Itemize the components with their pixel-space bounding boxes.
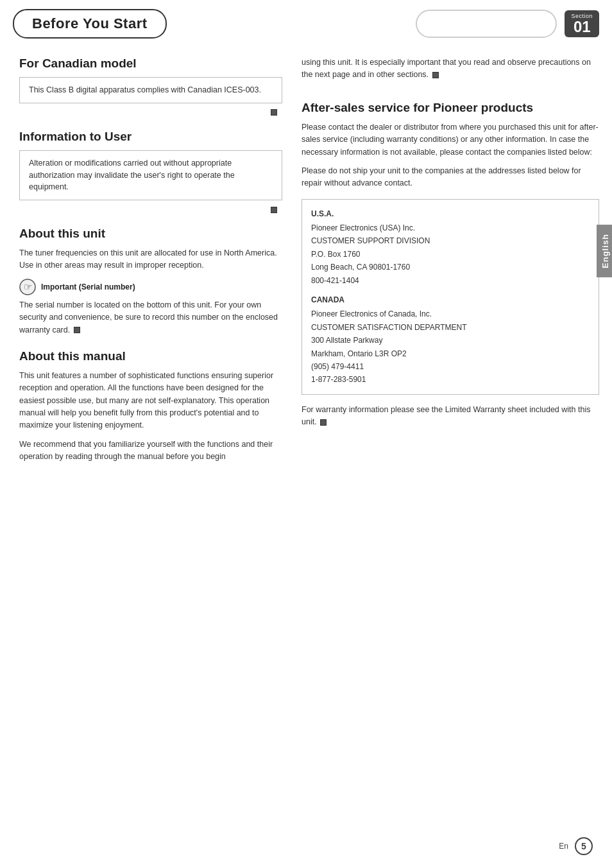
end-marker-icon-5 xyxy=(320,419,327,426)
information-user-section: Information to User Alteration or modifi… xyxy=(19,130,282,214)
canada-line1: Pioneer Electronics of Canada, Inc. xyxy=(311,308,590,320)
information-user-end xyxy=(19,204,282,214)
page-header: Before You Start Section 01 xyxy=(0,0,612,39)
about-unit-heading: About this unit xyxy=(19,227,282,241)
canadian-model-heading: For Canadian model xyxy=(19,56,282,71)
important-icon: ☞ xyxy=(19,279,36,295)
important-label: Important (Serial number) xyxy=(41,282,135,291)
footer-en-label: En xyxy=(559,842,568,851)
language-tab: English xyxy=(597,225,612,277)
header-section-box xyxy=(416,10,557,38)
canada-line2: CUSTOMER SATISFACTION DEPARTMENT xyxy=(311,321,590,334)
about-manual-body2: We recommend that you familiarize yourse… xyxy=(19,438,282,464)
canada-label: CANADA xyxy=(311,293,590,306)
right-column: using this unit. It is especially import… xyxy=(295,51,612,470)
about-unit-section: About this unit The tuner frequencies on… xyxy=(19,227,282,336)
canadian-model-end xyxy=(19,107,282,117)
contact-box: U.S.A. Pioneer Electronics (USA) Inc. CU… xyxy=(302,199,599,395)
information-user-heading: Information to User xyxy=(19,130,282,144)
usa-line5: 800-421-1404 xyxy=(311,274,590,287)
important-row: ☞ Important (Serial number) xyxy=(19,279,282,295)
about-manual-body1: This unit features a number of sophistic… xyxy=(19,370,282,432)
usa-line3: P.O. Box 1760 xyxy=(311,248,590,261)
main-content: For Canadian model This Class B digital … xyxy=(0,45,612,483)
canadian-model-section: For Canadian model This Class B digital … xyxy=(19,56,282,117)
canada-section: CANADA Pioneer Electronics of Canada, In… xyxy=(311,293,590,386)
information-user-box: Alteration or modifications carried out … xyxy=(19,150,282,200)
canadian-model-box: This Class B digital apparatus complies … xyxy=(19,77,282,103)
canada-line6: 1-877-283-5901 xyxy=(311,373,590,386)
usa-label: U.S.A. xyxy=(311,207,590,220)
end-marker-icon-3 xyxy=(74,327,80,333)
section-number: 01 xyxy=(574,19,591,35)
page-title: Before You Start xyxy=(13,9,167,39)
canada-line3: 300 Allstate Parkway xyxy=(311,334,590,347)
after-sales-heading: After-sales service for Pioneer products xyxy=(302,101,599,115)
page-number-badge: 5 xyxy=(575,837,593,855)
page-footer: En 5 xyxy=(559,837,593,855)
svg-text:☞: ☞ xyxy=(24,281,32,292)
usa-line1: Pioneer Electronics (USA) Inc. xyxy=(311,221,590,234)
after-sales-section: After-sales service for Pioneer products… xyxy=(302,101,599,429)
about-unit-body: The tuner frequencies on this unit are a… xyxy=(19,247,282,272)
canada-line4: Markham, Ontario L3R OP2 xyxy=(311,347,590,360)
usa-line4: Long Beach, CA 90801-1760 xyxy=(311,261,590,273)
end-marker-icon-4 xyxy=(432,72,439,78)
usa-line2: CUSTOMER SUPPORT DIVISION xyxy=(311,234,590,247)
intro-continuation: using this unit. It is especially import… xyxy=(302,56,599,82)
warranty-text: For warranty information please see the … xyxy=(302,404,599,429)
usa-section: U.S.A. Pioneer Electronics (USA) Inc. CU… xyxy=(311,207,590,287)
left-column: For Canadian model This Class B digital … xyxy=(0,51,295,470)
about-unit-serial-body: The serial number is located on the bott… xyxy=(19,299,282,336)
after-sales-body2: Please do not ship your unit to the comp… xyxy=(302,165,599,190)
about-manual-section: About this manual This unit features a n… xyxy=(19,349,282,464)
canada-line5: (905) 479-4411 xyxy=(311,360,590,373)
header-right: Section 01 xyxy=(416,10,599,38)
end-marker-icon xyxy=(271,109,277,116)
section-badge: Section 01 xyxy=(565,10,599,38)
about-manual-heading: About this manual xyxy=(19,349,282,363)
end-marker-icon-2 xyxy=(271,207,277,213)
after-sales-body1: Please contact the dealer or distributor… xyxy=(302,121,599,159)
